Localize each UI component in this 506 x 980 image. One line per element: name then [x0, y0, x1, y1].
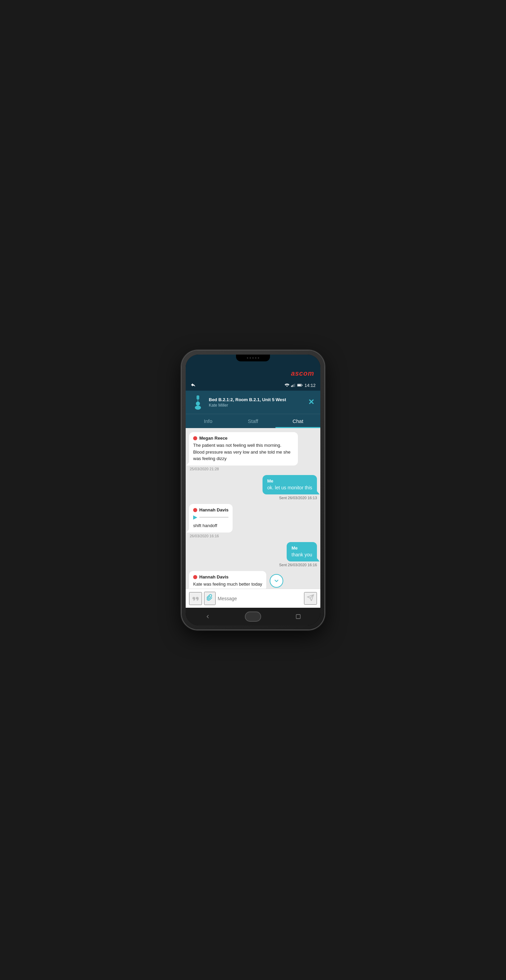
quote-button[interactable]: [189, 592, 202, 605]
message-text-preview: Kate was feeling much better today: [193, 581, 262, 588]
tab-staff[interactable]: Staff: [230, 414, 276, 428]
square-icon: [295, 614, 301, 619]
bubble-megan-reece: Megan Reece The patient was not feeling …: [189, 432, 298, 466]
sender-status-dot-hannah-2: [193, 575, 197, 579]
status-bar: 14:12: [186, 380, 320, 391]
scroll-down-button[interactable]: [270, 574, 283, 588]
quote-icon: [192, 595, 199, 601]
sender-name-hannah-2: Hannah Davis: [199, 574, 228, 579]
send-button[interactable]: [304, 592, 317, 605]
bubble-hannah-handoff: Hannah Davis ▶ shift handoff: [189, 504, 233, 533]
sender-status-dot: [193, 436, 197, 440]
input-bar: [186, 589, 320, 608]
back-button[interactable]: [201, 610, 214, 624]
message-time-handoff: 26/03/2020 16:16: [189, 534, 219, 538]
sender-row-megan: Megan Reece: [193, 436, 294, 441]
chevron-down-icon: [273, 578, 279, 584]
notch-dot-5: [258, 357, 259, 359]
notch-dot-4: [255, 357, 256, 359]
svg-rect-2: [293, 384, 294, 387]
message-hannah-handoff: Hannah Davis ▶ shift handoff 26/03/2020 …: [189, 504, 298, 538]
message-hannah-preview: Hannah Davis Kate was feeling much bette…: [189, 571, 266, 589]
tab-bar: Info Staff Chat: [186, 414, 320, 428]
patient-info: Bed B.2.1:2, Room B.2.1, Unit 5 West Kat…: [209, 397, 303, 408]
svg-point-9: [196, 401, 200, 406]
outgoing-text-2: thank you: [292, 552, 312, 558]
phone-screen: ascom: [186, 355, 320, 625]
outgoing-text-1: ok. let us monitor this: [267, 485, 312, 492]
sender-status-dot-hannah: [193, 508, 197, 512]
outgoing-label-2: Me: [292, 546, 312, 550]
wifi-icon: [285, 383, 289, 387]
message-me-thankyou: Me thank you Sent 26/03/2020 16:16: [279, 542, 317, 567]
home-button[interactable]: [245, 611, 261, 622]
audio-progress-line: [199, 517, 228, 517]
brand-bar: ascom: [186, 367, 320, 380]
exit-icon: [190, 382, 196, 388]
recents-button[interactable]: [292, 610, 305, 624]
phone-device: ascom: [182, 350, 324, 630]
notch-dot-1: [247, 357, 248, 359]
message-me-monitor: Me ok. let us monitor this Sent 26/03/20…: [263, 475, 317, 500]
send-icon: [307, 594, 314, 601]
svg-rect-0: [291, 385, 292, 387]
outgoing-time-2: Sent 26/03/2020 16:16: [279, 563, 317, 567]
ascom-logo: ascom: [291, 369, 314, 377]
attach-button[interactable]: [204, 592, 216, 605]
clock-time: 14:12: [305, 383, 316, 388]
svg-rect-1: [292, 385, 293, 387]
message-megan-reece: Megan Reece The patient was not feeling …: [189, 432, 298, 471]
back-icon: [205, 614, 211, 620]
outgoing-label-1: Me: [267, 479, 312, 484]
notch-dot-3: [252, 357, 254, 359]
bubble-me-monitor: Me ok. let us monitor this: [263, 475, 317, 495]
message-input[interactable]: [217, 596, 302, 601]
sender-row-hannah: Hannah Davis: [193, 508, 228, 512]
tab-info[interactable]: Info: [186, 414, 230, 428]
svg-rect-7: [197, 395, 199, 399]
sender-row-hannah-2: Hannah Davis: [193, 574, 262, 579]
sender-name-megan: Megan Reece: [199, 436, 227, 441]
last-message-row: Hannah Davis Kate was feeling much bette…: [189, 571, 317, 589]
signal-icon: [291, 383, 295, 387]
svg-rect-13: [296, 614, 300, 619]
bubble-me-thankyou: Me thank you: [287, 542, 317, 562]
svg-rect-6: [302, 385, 303, 386]
message-time-megan: 25/03/2020 21:28: [189, 467, 219, 471]
sender-name-hannah: Hannah Davis: [199, 508, 228, 512]
notch: [236, 355, 270, 361]
tab-chat[interactable]: Chat: [276, 414, 320, 428]
notch-dot-2: [250, 357, 251, 359]
notch-bar: [186, 355, 320, 367]
svg-point-10: [195, 406, 201, 410]
svg-rect-5: [298, 385, 301, 386]
bottom-nav: [186, 608, 320, 625]
status-right: 14:12: [285, 383, 316, 388]
audio-message-row[interactable]: ▶: [193, 514, 228, 520]
app-header: Bed B.2.1:2, Room B.2.1, Unit 5 West Kat…: [186, 391, 320, 414]
message-text-megan: The patient was not feeling well this mo…: [193, 442, 294, 462]
chat-area: Megan Reece The patient was not feeling …: [186, 428, 320, 589]
outgoing-time-1: Sent 26/03/2020 16:13: [279, 496, 317, 500]
play-icon[interactable]: ▶: [193, 514, 197, 520]
status-left: [190, 382, 196, 388]
patient-avatar: [190, 395, 205, 410]
svg-rect-3: [295, 383, 295, 387]
patient-name: Kate Miller: [209, 403, 303, 408]
close-button[interactable]: ✕: [307, 396, 316, 408]
patient-location: Bed B.2.1:2, Room B.2.1, Unit 5 West: [209, 397, 303, 402]
message-text-handoff: shift handoff: [193, 522, 228, 529]
battery-icon: [297, 383, 303, 387]
paperclip-icon: [207, 594, 213, 601]
